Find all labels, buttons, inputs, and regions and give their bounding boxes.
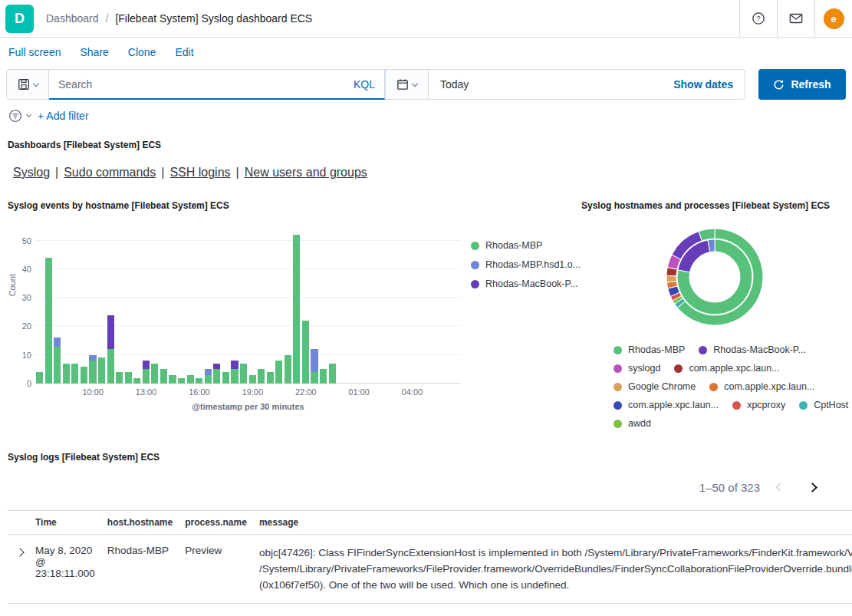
legend-label: awdd bbox=[628, 418, 651, 429]
chevron-left-icon bbox=[775, 483, 784, 491]
cell-time: May 8, 2020 @ 23:18:11.000 bbox=[29, 535, 101, 604]
query-language-switcher[interactable]: KQL bbox=[344, 78, 384, 91]
syslog-events-panel: Syslog events by hostname [Filebeat Syst… bbox=[8, 200, 574, 436]
legend-item[interactable]: Rhodas-MBP bbox=[614, 344, 685, 355]
breadcrumb-section[interactable]: Dashboard bbox=[46, 12, 99, 25]
refresh-label: Refresh bbox=[791, 78, 831, 91]
filter-bar: + Add filter bbox=[0, 106, 852, 132]
date-range-value[interactable]: Today bbox=[429, 78, 673, 91]
legend-item[interactable]: com.apple.xpc.laun... bbox=[614, 400, 719, 410]
menu-share[interactable]: Share bbox=[80, 46, 108, 58]
logs-table: Time host.hostname process.name message … bbox=[8, 510, 852, 616]
app-header: D Dashboard / [Filebeat System] Syslog d… bbox=[0, 0, 852, 38]
column-header-hostname: host.hostname bbox=[101, 511, 179, 535]
chevron-down-icon bbox=[26, 112, 31, 117]
donut-chart[interactable] bbox=[664, 226, 765, 328]
legend-item[interactable]: xpcproxy bbox=[732, 400, 785, 410]
bar-chart-plot[interactable]: 10:0013:0016:0019:0022:0001:0004:00 bbox=[35, 226, 461, 384]
legend-swatch bbox=[471, 242, 479, 250]
menu-edit[interactable]: Edit bbox=[175, 46, 193, 58]
nav-separator: | bbox=[161, 166, 164, 179]
legend-item[interactable]: Google Chrome bbox=[614, 381, 696, 392]
cell-hostname: Rhodas-MBP bbox=[101, 604, 179, 616]
legend-swatch bbox=[732, 401, 741, 410]
legend-label: xpcproxy bbox=[747, 400, 785, 410]
legend-item[interactable]: com.apple.xpc.laun... bbox=[709, 381, 814, 392]
nav-link-ssh-logins[interactable]: SSH logins bbox=[169, 166, 230, 179]
legend-label: syslogd bbox=[628, 363, 660, 374]
menu-full-screen[interactable]: Full screen bbox=[8, 46, 61, 58]
legend-swatch bbox=[614, 420, 622, 428]
donut-chart-title: Syslog hostnames and processes [Filebeat… bbox=[581, 200, 848, 211]
chevron-right-icon bbox=[15, 548, 24, 556]
legend-swatch bbox=[614, 401, 622, 410]
legend-swatch bbox=[614, 364, 622, 373]
date-quick-select-button[interactable] bbox=[386, 70, 429, 99]
nav-separator: | bbox=[236, 166, 239, 179]
legend-label: com.apple.xpc.laun... bbox=[628, 400, 719, 410]
show-dates-link[interactable]: Show dates bbox=[673, 78, 745, 91]
legend-swatch bbox=[614, 383, 622, 391]
legend-item[interactable]: com.apple.xpc.laun... bbox=[674, 363, 779, 374]
legend-label: Rhodas-MacBook-P... bbox=[713, 344, 806, 355]
legend-swatch bbox=[699, 346, 707, 354]
chevron-down-icon bbox=[412, 80, 418, 86]
legend-label: com.apple.xpc.laun... bbox=[724, 381, 814, 392]
filter-icon bbox=[8, 109, 22, 123]
legend-swatch bbox=[674, 364, 683, 373]
expand-row-button[interactable] bbox=[14, 545, 23, 558]
legend-item[interactable]: Rhodas-MacBook-P... bbox=[699, 344, 806, 355]
refresh-button[interactable]: Refresh bbox=[758, 69, 846, 100]
legend-swatch bbox=[471, 261, 479, 269]
help-menu-button[interactable]: ? bbox=[739, 0, 777, 37]
bar-chart: Count 01020304050 10:0013:0016:0019:0022… bbox=[8, 220, 468, 424]
nav-link-syslog[interactable]: Syslog bbox=[13, 166, 50, 179]
charts-row: Syslog events by hostname [Filebeat Syst… bbox=[8, 200, 844, 436]
header-actions: ? e bbox=[739, 0, 852, 37]
legend-item[interactable]: Rhodas-MacBook-P... bbox=[471, 278, 581, 289]
menu-clone[interactable]: Clone bbox=[128, 46, 156, 58]
legend-swatch bbox=[709, 383, 718, 391]
calendar-icon bbox=[396, 78, 409, 91]
legend-swatch bbox=[614, 346, 622, 354]
table-row: May 8, 2020 @ 23:18:11.000 Rhodas-MBP Pr… bbox=[8, 535, 852, 604]
nav-link-new-users-groups[interactable]: New users and groups bbox=[245, 166, 367, 179]
legend-swatch bbox=[471, 280, 479, 288]
nav-panel-title: Dashboards [Filebeat System] ECS bbox=[8, 140, 844, 150]
chevron-right-icon bbox=[808, 483, 817, 492]
legend-item[interactable]: CptHost bbox=[799, 400, 848, 410]
x-axis-label: @timestamp per 30 minutes bbox=[35, 402, 461, 411]
date-picker-group: Today Show dates bbox=[385, 69, 745, 100]
cell-time: May 8, 2020 @ 23:18:11.000 bbox=[29, 604, 101, 616]
legend-item[interactable]: Rhodas-MBP.hsd1.o... bbox=[471, 259, 581, 270]
avatar: e bbox=[824, 8, 844, 29]
previous-page-button[interactable] bbox=[768, 475, 792, 499]
cell-process: Preview bbox=[179, 604, 253, 616]
filter-options-button[interactable] bbox=[8, 109, 31, 123]
bar-chart-yaxis: 01020304050 bbox=[15, 226, 31, 384]
nav-link-sudo-commands[interactable]: Sudo commands bbox=[64, 166, 156, 179]
add-filter-link[interactable]: + Add filter bbox=[38, 110, 89, 122]
app-logo[interactable]: D bbox=[5, 5, 34, 33]
help-icon: ? bbox=[752, 12, 765, 25]
search-input[interactable] bbox=[49, 78, 344, 91]
dashboard-menu: Full screen Share Clone Edit bbox=[0, 38, 852, 62]
logs-header-row: Time host.hostname process.name message bbox=[8, 511, 852, 535]
legend-item[interactable]: syslogd bbox=[614, 363, 660, 374]
refresh-icon bbox=[773, 79, 785, 91]
svg-text:?: ? bbox=[756, 14, 760, 22]
bar-chart-legend: Rhodas-MBP Rhodas-MBP.hsd1.o... Rhodas-M… bbox=[471, 240, 581, 424]
cell-message: assertion failed: 18G103: libxpc.dylib +… bbox=[253, 604, 852, 616]
logs-panel-title: Syslog logs [Filebeat System] ECS bbox=[8, 452, 844, 463]
user-menu-button[interactable]: e bbox=[814, 0, 852, 37]
saved-query-button[interactable] bbox=[6, 69, 49, 100]
legend-item[interactable]: Rhodas-MBP bbox=[471, 240, 581, 251]
bar-chart-title: Syslog events by hostname [Filebeat Syst… bbox=[8, 200, 574, 211]
legend-label: Rhodas-MBP bbox=[485, 240, 542, 251]
newsfeed-button[interactable] bbox=[777, 0, 814, 37]
next-page-button[interactable] bbox=[800, 475, 824, 499]
expander-column-header bbox=[8, 511, 29, 535]
breadcrumb-current: [Filebeat System] Syslog dashboard ECS bbox=[115, 12, 312, 25]
search-field-wrap: KQL bbox=[49, 69, 385, 100]
legend-item[interactable]: awdd bbox=[614, 418, 651, 429]
